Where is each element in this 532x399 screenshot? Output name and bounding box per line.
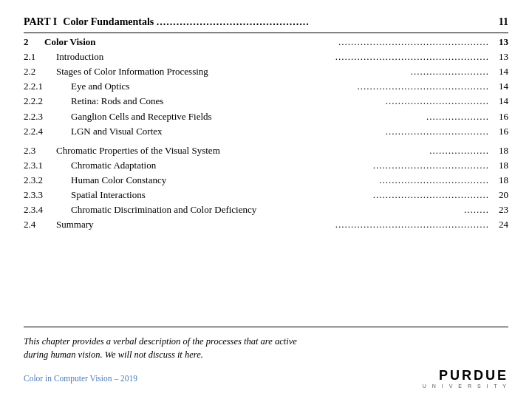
toc-num: 2.3.1 xyxy=(24,158,71,173)
toc-title: Retina: Rods and Cones xyxy=(71,94,163,109)
page: PART I Color Fundamentals ..............… xyxy=(0,0,532,399)
toc-page: 13 xyxy=(491,50,508,64)
toc-dots: ................................. xyxy=(163,94,491,109)
toc-title: Introduction xyxy=(56,50,103,64)
toc-page: 24 xyxy=(491,217,508,232)
toc-num: 2.3.4 xyxy=(24,202,71,217)
toc-row: 2.2.4LGN and Visual Cortex..............… xyxy=(24,124,508,139)
toc-row: 2.2.2Retina: Rods and Cones.............… xyxy=(24,94,508,109)
toc-title: Spatial Interactions xyxy=(71,188,146,202)
bottom-section: This chapter provides a verbal descripti… xyxy=(24,327,508,389)
part-title: Color Fundamentals .....................… xyxy=(63,13,488,31)
toc-table: 2Color Vision...........................… xyxy=(24,35,508,319)
toc-title: Chromatic Properties of the Visual Syste… xyxy=(56,143,220,158)
purdue-sub: U N I V E R S I T Y xyxy=(423,383,508,389)
toc-row: 2.2Stages of Color Information Processin… xyxy=(24,64,508,79)
toc-page: 23 xyxy=(491,202,508,217)
toc-dots: ........................................… xyxy=(94,217,491,232)
toc-num: 2.4 xyxy=(24,217,56,232)
part-page: 11 xyxy=(488,13,508,31)
toc-dots: ........................................… xyxy=(103,50,491,64)
toc-num: 2.1 xyxy=(24,50,56,64)
toc-dots: .................... xyxy=(212,109,491,124)
toc-dots: ................................... xyxy=(166,173,491,188)
toc-dots: ........ xyxy=(256,202,491,217)
toc-dots: ................................. xyxy=(163,124,491,139)
toc-num: 2.2.4 xyxy=(24,124,71,139)
purdue-word: PURDUE xyxy=(439,368,508,383)
toc-page: 14 xyxy=(491,64,508,79)
toc-page: 16 xyxy=(491,109,508,124)
toc-title: Eye and Optics xyxy=(71,79,129,94)
toc-page: 20 xyxy=(491,188,508,202)
toc-page: 16 xyxy=(491,124,508,139)
toc-dots: ......................... xyxy=(208,64,491,79)
toc-title: Stages of Color Information Processing xyxy=(56,64,208,79)
toc-page: 14 xyxy=(491,94,508,109)
purdue-logo: PURDUE U N I V E R S I T Y xyxy=(423,368,508,389)
toc-dots: ........................................… xyxy=(95,35,491,50)
toc-num: 2.2.2 xyxy=(24,94,71,109)
toc-page: 13 xyxy=(491,35,508,50)
toc-row: 2.2.3Ganglion Cells and Receptive Fields… xyxy=(24,109,508,124)
header-divider xyxy=(24,33,508,33)
footer-row: Color in Computer Vision – 2019 PURDUE U… xyxy=(24,368,508,389)
toc-dots: ..................................... xyxy=(146,188,491,202)
toc-title: Chromatic Adaptation xyxy=(71,158,156,173)
toc-page: 14 xyxy=(491,79,508,94)
toc-num: 2.2.3 xyxy=(24,109,71,124)
toc-title: Summary xyxy=(56,217,94,232)
part-dots: ........................................… xyxy=(157,16,310,27)
toc-dots: ..................................... xyxy=(156,158,491,173)
toc-num: 2.2.1 xyxy=(24,79,71,94)
toc-row: 2.3.1Chromatic Adaptation...............… xyxy=(24,158,508,173)
toc-page: 18 xyxy=(491,143,508,158)
toc-dots: ................... xyxy=(220,143,491,158)
toc-page: 18 xyxy=(491,158,508,173)
toc-row: 2Color Vision...........................… xyxy=(24,35,508,50)
toc-row: 2.3Chromatic Properties of the Visual Sy… xyxy=(24,143,508,158)
toc-row: 2.1Introduction.........................… xyxy=(24,50,508,64)
caption-text: This chapter provides a verbal descripti… xyxy=(24,335,508,363)
toc-title: Chromatic Discrimination and Color Defic… xyxy=(71,202,256,217)
toc-dots: ........................................… xyxy=(129,79,491,94)
toc-title: Ganglion Cells and Receptive Fields xyxy=(71,109,212,124)
toc-row: 2.4Summary..............................… xyxy=(24,217,508,232)
toc-row: 2.2.1Eye and Optics.....................… xyxy=(24,79,508,94)
part-title-text: Color Fundamentals xyxy=(63,16,154,27)
part-label: PART I xyxy=(24,13,57,31)
toc-row: 2.3.2Human Color Constancy..............… xyxy=(24,173,508,188)
toc-title: Human Color Constancy xyxy=(71,173,166,188)
toc-row: 2.3.4Chromatic Discrimination and Color … xyxy=(24,202,508,217)
footer-left: Color in Computer Vision – 2019 xyxy=(24,374,137,383)
part-header: PART I Color Fundamentals ..............… xyxy=(24,13,508,31)
toc-num: 2.3 xyxy=(24,143,56,158)
toc-num: 2.3.3 xyxy=(24,188,71,202)
toc-row: 2.3.3Spatial Interactions...............… xyxy=(24,188,508,202)
toc-page: 18 xyxy=(491,173,508,188)
toc-title: Color Vision xyxy=(44,35,95,50)
toc-title: LGN and Visual Cortex xyxy=(71,124,163,139)
toc-num: 2.2 xyxy=(24,64,56,79)
toc-num: 2.3.2 xyxy=(24,173,71,188)
toc-num: 2 xyxy=(24,35,44,50)
